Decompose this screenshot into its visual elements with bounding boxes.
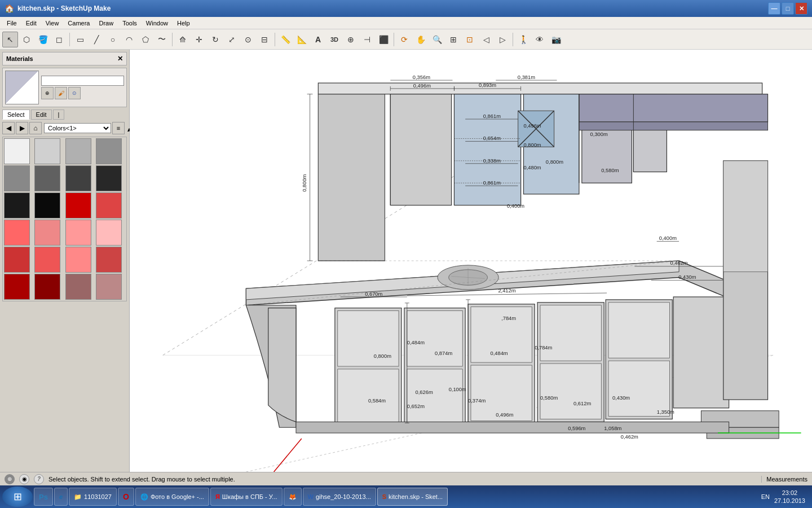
taskbar-app-chrome[interactable]: 🌐 Фото в Google+ -...	[135, 488, 209, 506]
swatch-black[interactable]	[4, 192, 30, 218]
scale-button[interactable]: ⤢	[224, 32, 240, 47]
material-name-input[interactable]: Default	[41, 76, 124, 86]
swatch-white-light[interactable]	[4, 138, 30, 164]
dimensions-button[interactable]: ⊣	[359, 32, 375, 47]
opera-icon: O	[123, 492, 129, 501]
minimize-button[interactable]: —	[768, 2, 780, 15]
taskbar-app-opera[interactable]: O	[118, 488, 134, 506]
text-button[interactable]: A	[310, 32, 326, 47]
followme-button[interactable]: ⊙	[240, 32, 256, 47]
orbit-button[interactable]: ⟳	[396, 32, 412, 47]
model-status-icon[interactable]: ◉	[19, 474, 29, 484]
swatch-dark-red[interactable]	[4, 274, 30, 300]
swatch-maroon-light[interactable]	[96, 247, 122, 273]
svg-text:0,626m: 0,626m	[416, 389, 433, 395]
window-controls[interactable]: — □ ✕	[768, 2, 807, 15]
swatch-rose[interactable]	[96, 274, 122, 300]
pan-button[interactable]: ✋	[413, 32, 429, 47]
line-button[interactable]: ╱	[89, 32, 104, 47]
swatch-near-black[interactable]	[96, 165, 122, 191]
eraser-button[interactable]: ◻	[51, 32, 67, 47]
materials-close-button[interactable]: ✕	[117, 55, 123, 63]
zoom-extents-button[interactable]: ⊡	[462, 32, 478, 47]
move-button[interactable]: ✛	[191, 32, 207, 47]
taskbar-app-sketchup[interactable]: S kitchen.skp - Sket...	[377, 488, 448, 506]
mat-forward-button[interactable]: ▶	[16, 122, 28, 134]
component-button[interactable]: ⬡	[19, 32, 34, 47]
swatch-red[interactable]	[65, 192, 91, 218]
swatch-gray-light[interactable]	[34, 138, 60, 164]
circle-button[interactable]: ○	[105, 32, 121, 47]
pushpull-button[interactable]: ⟰	[175, 32, 191, 47]
swatch-gray-darker[interactable]	[4, 165, 30, 191]
svg-text:0,496m: 0,496m	[524, 123, 541, 129]
next-view-button[interactable]: ▷	[495, 32, 510, 47]
menu-file[interactable]: File	[2, 19, 21, 28]
taskbar-app-firefox[interactable]: 🦊	[284, 488, 302, 506]
material-edit-paint-button[interactable]: 🖌	[55, 87, 67, 99]
select-tool-button[interactable]: ↖	[2, 32, 18, 47]
taskbar-app-ie[interactable]: e	[54, 488, 68, 506]
section-plane-button[interactable]: ⬛	[376, 32, 391, 47]
material-create-button[interactable]: ⊕	[41, 87, 54, 99]
geo-status-icon[interactable]: ⊕	[5, 474, 15, 484]
swatch-salmon[interactable]	[34, 247, 60, 273]
taskbar-app-yandex[interactable]: Я Шкафы в СПБ - У...	[210, 488, 283, 506]
menu-edit[interactable]: Edit	[21, 19, 41, 28]
swatch-pink[interactable]	[65, 220, 91, 246]
swatch-red-dark2[interactable]	[4, 247, 30, 273]
swatch-red-medium[interactable]	[96, 192, 122, 218]
freehand-button[interactable]: 〜	[154, 32, 170, 47]
material-category-dropdown[interactable]: Colors<1> Colors Materials Brick and Cla…	[44, 123, 111, 133]
start-button[interactable]: ⊞	[2, 487, 33, 507]
material-sample-button[interactable]: ⊙	[68, 87, 81, 99]
close-button[interactable]: ✕	[795, 2, 807, 15]
swatch-gray-dark[interactable]	[96, 138, 122, 164]
tape-measure-button[interactable]: 📏	[277, 32, 293, 47]
swatch-gray-medium[interactable]	[65, 138, 91, 164]
mat-tab-edit[interactable]: Edit	[31, 110, 52, 120]
swatch-charcoal[interactable]	[65, 165, 91, 191]
taskbar-app-word[interactable]: W gihse_20-10-2013...	[303, 488, 376, 506]
swatch-gray-very-dark[interactable]	[34, 165, 60, 191]
swatch-coral[interactable]	[65, 247, 91, 273]
3d-viewport[interactable]: 0,496m 0,356m 0,893m 0,381m 0,800m 0,654…	[130, 50, 812, 472]
menu-help[interactable]: Help	[173, 19, 195, 28]
menu-tools[interactable]: Tools	[118, 19, 142, 28]
3d-text-button[interactable]: 3D	[326, 32, 342, 47]
mat-tab-extra[interactable]: |	[53, 110, 65, 120]
paint-bucket-button[interactable]: 🪣	[35, 32, 51, 47]
position-camera-button[interactable]: 📷	[548, 32, 564, 47]
polygon-button[interactable]: ⬠	[138, 32, 153, 47]
menu-draw[interactable]: Draw	[94, 19, 118, 28]
offset-button[interactable]: ⊟	[257, 32, 272, 47]
material-list-button[interactable]: ≡	[112, 122, 125, 134]
taskbar-app-explorer[interactable]: 📁 11031027	[69, 488, 117, 506]
walk-button[interactable]: 🚶	[515, 32, 531, 47]
swatch-pink-light[interactable]	[96, 220, 122, 246]
swatch-pink-dark[interactable]	[34, 220, 60, 246]
menu-camera[interactable]: Camera	[63, 19, 94, 28]
maximize-button[interactable]: □	[782, 2, 794, 15]
rotate-button[interactable]: ↻	[208, 32, 223, 47]
lookaround-button[interactable]: 👁	[532, 32, 548, 47]
mat-tab-select[interactable]: Select	[2, 110, 30, 120]
swatch-black-deep[interactable]	[34, 192, 60, 218]
arc-button[interactable]: ◠	[121, 32, 137, 47]
mat-home-button[interactable]: ⌂	[29, 122, 42, 134]
prev-view-button[interactable]: ◁	[478, 32, 494, 47]
axes-button[interactable]: ⊕	[343, 32, 359, 47]
firefox-icon: 🦊	[289, 493, 297, 501]
swatch-muted-red[interactable]	[65, 274, 91, 300]
swatch-red-light[interactable]	[4, 220, 30, 246]
zoom-button[interactable]: 🔍	[429, 32, 445, 47]
zoom-window-button[interactable]: ⊞	[445, 32, 461, 47]
rectangle-button[interactable]: ▭	[72, 32, 88, 47]
menu-window[interactable]: Window	[142, 19, 173, 28]
info-status-icon[interactable]: ?	[34, 474, 44, 484]
swatch-very-dark-red[interactable]	[34, 274, 60, 300]
taskbar-app-photoshop[interactable]: Ps	[34, 488, 53, 506]
menu-view[interactable]: View	[41, 19, 64, 28]
mat-back-button[interactable]: ◀	[2, 122, 15, 134]
protractor-button[interactable]: 📐	[294, 32, 310, 47]
